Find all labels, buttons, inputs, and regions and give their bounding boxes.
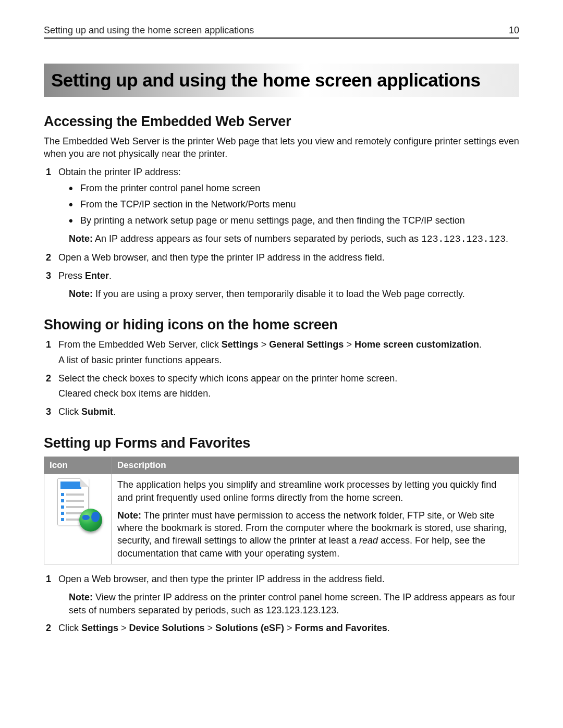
step-subtext: A list of basic printer functions appear… xyxy=(58,354,519,367)
note-text: An IP address appears as four sets of nu… xyxy=(93,233,421,244)
steps-list: Open a Web browser, and then type the pr… xyxy=(44,573,519,635)
path-part: Solutions (eSF) xyxy=(215,623,284,633)
note-tail: . xyxy=(506,233,508,244)
path-part: General Settings xyxy=(269,339,344,350)
step-text: . xyxy=(109,270,112,281)
section-intro: The Embedded Web Server is the printer W… xyxy=(44,135,519,161)
step-text: Open a Web browser, and then type the pr… xyxy=(58,574,385,584)
bullet-list: From the printer control panel home scre… xyxy=(69,182,519,228)
steps-list: From the Embedded Web Server, click Sett… xyxy=(44,338,519,418)
path-part: Forms and Favorites xyxy=(295,623,387,633)
section-heading-ews: Accessing the Embedded Web Server xyxy=(44,114,519,130)
path-sep: > xyxy=(284,623,295,633)
page-number: 10 xyxy=(509,25,519,36)
path-sep: > xyxy=(205,623,216,633)
description-text: The application helps you simplify and s… xyxy=(117,478,513,504)
step-text: Obtain the printer IP address: xyxy=(58,167,181,177)
step-text: . xyxy=(113,406,116,417)
section-heading-forms: Setting up Forms and Favorites xyxy=(44,435,519,451)
table-cell-icon xyxy=(44,474,112,564)
note-label: Note: xyxy=(117,510,141,521)
step-item: From the Embedded Web Server, click Sett… xyxy=(44,338,519,366)
step-bold: Submit xyxy=(81,406,113,417)
path-sep: > xyxy=(259,339,270,350)
globe-icon xyxy=(79,509,102,532)
path-sep: > xyxy=(344,339,354,350)
forms-favorites-icon xyxy=(57,478,99,530)
forms-table: Icon Description xyxy=(44,456,519,564)
step-bold: Enter xyxy=(85,270,109,281)
note: Note: View the printer IP address on the… xyxy=(69,591,519,616)
path-sep: > xyxy=(118,623,129,633)
section-heading-icons: Showing or hiding icons on the home scre… xyxy=(44,317,519,333)
step-text: . xyxy=(387,623,390,633)
note-label: Note: xyxy=(69,233,93,244)
path-part: Settings xyxy=(222,339,259,350)
note: Note: An IP address appears as four sets… xyxy=(69,232,519,245)
step-text: Select the check boxes to specify which … xyxy=(58,373,397,384)
table-row: The application helps you simplify and s… xyxy=(44,474,519,564)
bullet-item: From the TCP/IP section in the Network/P… xyxy=(69,198,519,211)
page-title-bar: Setting up and using the home screen app… xyxy=(44,64,519,97)
step-item: Press Enter. Note: If you are using a pr… xyxy=(44,269,519,300)
table-cell-description: The application helps you simplify and s… xyxy=(112,474,519,564)
page-title: Setting up and using the home screen app… xyxy=(51,70,512,91)
step-item: Open a Web browser, and then type the pr… xyxy=(44,573,519,616)
step-item: Select the check boxes to specify which … xyxy=(44,372,519,400)
note: Note: If you are using a proxy server, t… xyxy=(69,288,519,300)
table-header-description: Description xyxy=(112,457,519,474)
step-text: . xyxy=(479,339,482,350)
step-subtext: Cleared check box items are hidden. xyxy=(58,387,519,400)
bullet-item: By printing a network setup page or menu… xyxy=(69,214,519,227)
step-text: Click xyxy=(58,406,81,417)
steps-list: Obtain the printer IP address: From the … xyxy=(44,166,519,301)
running-header-title: Setting up and using the home screen app… xyxy=(44,25,254,36)
note-italic: read xyxy=(359,535,378,546)
path-part: Home screen customization xyxy=(354,339,479,350)
step-item: Obtain the printer IP address: From the … xyxy=(44,166,519,246)
path-part: Device Solutions xyxy=(129,623,205,633)
ip-example: 123.123.123.123 xyxy=(421,234,506,244)
note-text: If you are using a proxy server, then te… xyxy=(93,289,465,299)
path-part: Settings xyxy=(81,623,118,633)
step-text: From the Embedded Web Server, click xyxy=(58,339,222,350)
bullet-item: From the printer control panel home scre… xyxy=(69,182,519,195)
step-item: Click Submit. xyxy=(44,405,519,418)
running-header: Setting up and using the home screen app… xyxy=(44,25,519,39)
step-item: Click Settings > Device Solutions > Solu… xyxy=(44,622,519,635)
step-text: Click xyxy=(58,623,81,633)
note-text: View the printer IP address on the print… xyxy=(69,592,515,615)
step-item: Open a Web browser, and then type the pr… xyxy=(44,251,519,264)
page: Setting up and using the home screen app… xyxy=(0,0,563,671)
note: Note: The printer must have permission t… xyxy=(117,509,513,560)
step-text: Press xyxy=(58,270,85,281)
table-header-icon: Icon xyxy=(44,457,112,474)
note-label: Note: xyxy=(69,592,93,602)
note-label: Note: xyxy=(69,289,93,299)
